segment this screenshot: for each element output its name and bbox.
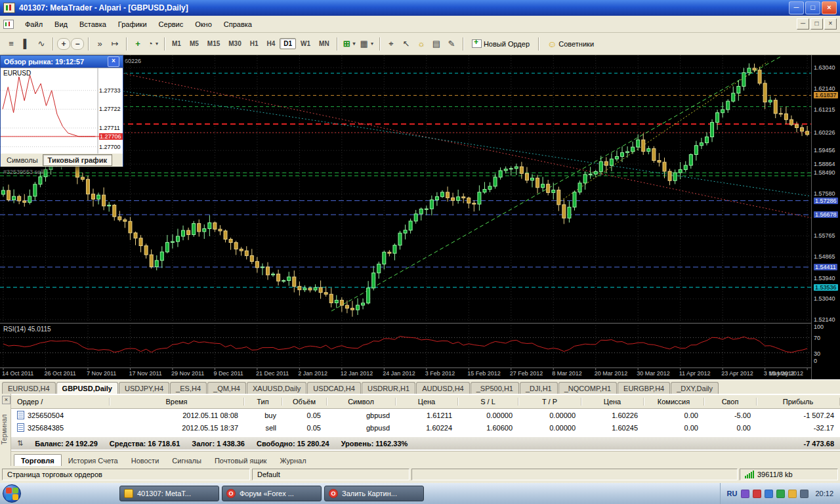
chart-tab-eurgbp-h4[interactable]: EURGBP,H4 [618, 382, 670, 394]
terminal-tab-0[interactable]: Торговля [14, 454, 62, 466]
language-indicator[interactable]: RU [727, 490, 738, 497]
candlestick-chart-icon[interactable]: ▌ [19, 37, 33, 51]
zoom-out-icon[interactable]: − [71, 38, 84, 50]
chart-tab-audusd-h4[interactable]: AUDUSD,H4 [416, 382, 470, 394]
timeframe-w1[interactable]: W1 [297, 38, 314, 49]
menu-item-3[interactable]: Графики [112, 18, 153, 31]
add-indicator-icon[interactable]: + [131, 37, 145, 51]
tick-chart[interactable]: EURUSD 1.277331.277221.277111.277061.277… [1, 68, 123, 154]
periods-icon[interactable]: ◔▾ [146, 37, 160, 51]
column-header-10[interactable]: Своп [704, 398, 757, 406]
tray-icon-4[interactable] [776, 490, 785, 498]
chart-tab-usdjpy-h4[interactable]: USDJPY,H4 [119, 382, 169, 394]
chart-tab-eurusd-h4[interactable]: EURUSD,H4 [2, 382, 56, 394]
menu-item-2[interactable]: Вставка [74, 18, 112, 31]
chart-tab-usdrur-h1[interactable]: USDRUR,H1 [362, 382, 415, 394]
metaeditor-icon[interactable]: ✎ [444, 37, 459, 51]
chart-tab--nqcomp-h1[interactable]: _NQCOMP,H1 [558, 382, 617, 394]
timeframe-m15[interactable]: M15 [203, 38, 224, 49]
close-button[interactable]: × [822, 1, 837, 14]
connection-status[interactable]: 39611/8 kb [740, 469, 838, 480]
column-header-1[interactable]: Время [110, 398, 244, 406]
taskbar-button-1[interactable]: OФорум «Forex ... [222, 486, 322, 501]
cursor-icon[interactable]: ↖ [399, 37, 413, 51]
timeframe-m5[interactable]: M5 [186, 38, 203, 49]
timeframe-h1[interactable]: H1 [246, 38, 262, 49]
market-watch-close-icon[interactable]: × [108, 56, 119, 67]
timeframe-d1[interactable]: D1 [280, 38, 296, 49]
column-header-4[interactable]: Символ [327, 398, 396, 406]
minimize-button[interactable]: ─ [789, 1, 804, 14]
chart-tab--sp500-h1[interactable]: _SP500,H1 [471, 382, 519, 394]
column-header-0[interactable]: Ордер / [11, 398, 110, 406]
chart-tab--es-h4[interactable]: _ES,H4 [170, 382, 207, 394]
zoom-in-icon[interactable]: + [57, 38, 70, 50]
terminal-tab-3[interactable]: Сигналы [165, 455, 208, 466]
auto-scroll-icon[interactable]: » [93, 37, 107, 51]
chart-tab--dxy-daily[interactable]: _DXY,Daily [671, 382, 719, 394]
chart-tab--dji-h1[interactable]: _DJI,H1 [520, 382, 558, 394]
chart-shift-icon[interactable]: ↦ [108, 37, 122, 51]
timeframe-h4[interactable]: H4 [263, 38, 280, 49]
timeframe-m1[interactable]: M1 [168, 38, 185, 49]
market-watch-tab-tick-chart[interactable]: Тиковый график [43, 154, 112, 166]
terminal-tab-2[interactable]: Новости [125, 455, 166, 466]
timeframe-mn[interactable]: MN [315, 38, 333, 49]
clock[interactable]: 20:12 [815, 490, 833, 497]
menu-item-4[interactable]: Сервис [153, 18, 190, 31]
start-button[interactable] [3, 484, 21, 503]
line-chart-icon[interactable]: ∿ [34, 37, 49, 51]
column-header-6[interactable]: S / L [458, 398, 518, 406]
column-header-8[interactable]: Цена [581, 398, 644, 406]
tray-icon-2[interactable] [753, 490, 761, 498]
tray-icon-1[interactable] [741, 490, 749, 498]
menu-item-1[interactable]: Вид [49, 18, 74, 31]
chart-tab--qm-h4[interactable]: _QM,H4 [207, 382, 246, 394]
column-header-9[interactable]: Комиссия [644, 398, 704, 406]
price-scale[interactable]: 1.630401.621401.618371.612151.602261.594… [811, 55, 840, 379]
panels-icon[interactable]: ▤ [429, 37, 444, 51]
market-watch-titlebar[interactable]: Обзор рынка: 19:12:57 × [1, 56, 123, 68]
terminal-tab-1[interactable]: История Счета [62, 455, 125, 466]
bars-chart-icon[interactable]: ≡ [4, 37, 18, 51]
column-header-11[interactable]: Прибыль [757, 398, 840, 406]
terminal-tab-5[interactable]: Журнал [273, 455, 312, 466]
maximize-button[interactable]: □ [805, 1, 820, 14]
dropdown-caret-icon[interactable]: ▾ [353, 41, 356, 47]
order-row[interactable]: 3256505042012.05.11 08:08buy0.05gbpusd1.… [11, 409, 840, 421]
templates-icon[interactable]: ▦▾ [358, 37, 375, 51]
advisors-button[interactable]: ☺ Советники [542, 37, 599, 51]
terminal-tab-4[interactable]: Почтовый ящик [208, 455, 273, 466]
taskbar-button-0[interactable]: 401307: MetaT... [119, 486, 219, 501]
tray-icon-5[interactable] [788, 490, 797, 498]
dropdown-caret-icon[interactable]: ▾ [371, 41, 373, 47]
timeframe-m30[interactable]: M30 [224, 38, 245, 49]
chart-tab-xauusd-daily[interactable]: XAUUSD,Daily [247, 382, 306, 394]
indicator-list-icon[interactable]: ⊞▾ [341, 37, 358, 51]
menu-item-5[interactable]: Окно [189, 18, 218, 31]
market-watch-window[interactable]: Обзор рынка: 19:12:57 × EURUSD 1.277331.… [0, 55, 123, 167]
tray-icon-6[interactable] [800, 490, 808, 498]
dropdown-caret-icon[interactable]: ▾ [156, 41, 158, 47]
order-row[interactable]: 3256843852012.05.15 18:37sell0.05gbpusd1… [11, 421, 840, 434]
chart-tab-usdcad-h4[interactable]: USDCAD,H4 [307, 382, 361, 394]
column-header-7[interactable]: T / P [518, 398, 581, 406]
chart-tab-gbpusd-daily[interactable]: GBPUSD,Daily [56, 382, 118, 394]
market-watch-tab-symbols[interactable]: Символы [2, 155, 43, 165]
profile-selector[interactable]: Default [252, 469, 410, 480]
mdi-minimize-button[interactable]: ─ [797, 18, 809, 30]
lightbulb-icon[interactable]: ☼ [414, 37, 429, 51]
menu-item-0[interactable]: Файл [19, 18, 49, 31]
tray-icon-3[interactable] [765, 490, 773, 498]
new-order-button[interactable]: Новый Ордер [467, 37, 535, 51]
chart-area[interactable]: 60226 #32539553 sell RSI(14) 45.0115 1.6… [0, 55, 840, 379]
mdi-restore-button[interactable]: □ [810, 18, 823, 30]
column-header-5[interactable]: Цена [396, 398, 458, 406]
menu-item-6[interactable]: Справка [218, 18, 258, 31]
crosshair-icon[interactable]: ⌖ [384, 37, 398, 51]
column-header-2[interactable]: Тип [244, 398, 282, 406]
taskbar-button-2[interactable]: OЗалить Картин... [324, 486, 424, 501]
column-header-3[interactable]: Объём [282, 398, 327, 406]
mdi-close-button[interactable]: × [824, 18, 837, 30]
terminal-close-icon[interactable]: × [2, 396, 10, 404]
